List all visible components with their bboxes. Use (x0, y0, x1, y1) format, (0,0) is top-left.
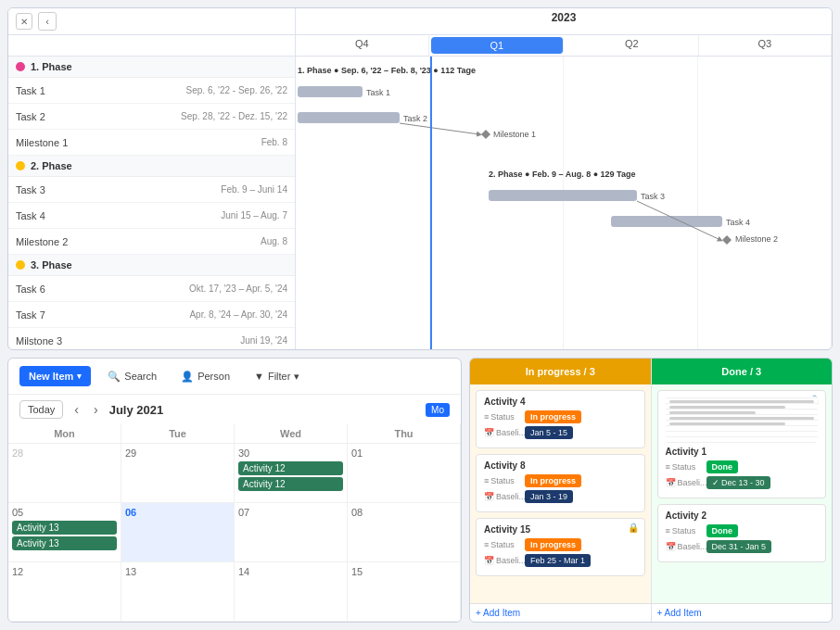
phase-2-label: 2. Phase (31, 160, 72, 171)
card-status-row: ≡ Status In progress (484, 538, 637, 551)
status-label: ≡ Status (484, 540, 521, 549)
search-label: Search (124, 371, 157, 382)
kanban-card[interactable]: 🔒 Activity 1 ≡ Status (657, 390, 827, 498)
gantt-quarter-q1[interactable]: Q1 (431, 37, 565, 54)
cal-cell[interactable]: 08 (348, 503, 461, 561)
task-row: Task 2 Sep. 28, '22 - Dez. 15, '22 (8, 104, 295, 130)
status-label: ≡ Status (484, 412, 521, 422)
calendar-panel: New Item ▾ 🔍 Search 👤 Person ▼ Filter ▾ … (7, 358, 462, 623)
cal-event[interactable]: Activity 13 (12, 521, 117, 535)
kanban-card[interactable]: 🔒 Activity 15 ≡ Status In progress 📅 Bas… (476, 518, 645, 576)
gantt-quarter-q4[interactable]: Q4 (296, 35, 429, 56)
kanban-col-done: Done / 3 🔒 Activity 1 (652, 359, 833, 622)
cal-cell[interactable]: 12 (8, 562, 121, 621)
calendar-toolbar: New Item ▾ 🔍 Search 👤 Person ▼ Filter ▾ (8, 359, 461, 395)
phase-1-dot (16, 62, 25, 71)
phase-1-label: 1. Phase (31, 61, 72, 72)
card-status-row: ≡ Status Done (666, 460, 819, 473)
task-dates: Okt. 17, '23 – Apr. 5, '24 (189, 284, 287, 294)
search-button[interactable]: 🔍 Search (100, 367, 164, 386)
task-name: Milstone 3 (16, 335, 90, 346)
gantt-quarter-q2[interactable]: Q2 (566, 35, 699, 56)
svg-text:Milestone 1: Milestone 1 (493, 130, 536, 139)
kanban-card[interactable]: Activity 8 ≡ Status In progress 📅 Baseli… (476, 454, 645, 512)
baseline-label: 📅 Baseli... (484, 428, 521, 437)
kanban-card[interactable]: Activity 4 ≡ Status In progress 📅 Baseli… (476, 390, 645, 448)
phase-3-dot (16, 260, 25, 270)
cal-cell[interactable]: 05 Activity 13 Activity 13 (8, 503, 121, 561)
task-dates: Juni 19, '24 (240, 335, 287, 346)
gantt-quarter-q3[interactable]: Q3 (699, 35, 833, 56)
task-name: Task 1 (16, 85, 90, 96)
cal-date: 01 (351, 447, 456, 459)
next-month-button[interactable]: › (90, 400, 102, 419)
task-name: Task 6 (16, 284, 90, 295)
svg-text:Milestone 2: Milestone 2 (735, 234, 778, 244)
status-label: ≡ Status (666, 462, 703, 472)
card-title: Activity 8 (484, 460, 637, 471)
gantt-bars-svg: 1. Phase ● Sep. 6, '22 – Feb. 8, '23 ● 1… (296, 57, 832, 349)
cal-event[interactable]: Activity 12 (238, 477, 343, 491)
img-line (669, 406, 785, 409)
new-item-label: New Item (29, 371, 73, 382)
kanban-col-in-progress: In progress / 3 Activity 4 ≡ Status In p… (470, 359, 651, 622)
add-item-button[interactable]: + Add Item (470, 603, 651, 622)
cal-cell[interactable]: 01 (348, 444, 461, 502)
prev-month-button[interactable]: ‹ (70, 400, 83, 419)
list-icon: ≡ (484, 476, 489, 485)
task-row: Task 7 Apr. 8, '24 – Apr. 30, '24 (8, 302, 295, 328)
person-label: Person (197, 371, 230, 382)
person-button[interactable]: 👤 Person (173, 367, 237, 386)
cal-date: 28 (12, 447, 117, 459)
close-button[interactable]: ✕ (16, 13, 32, 30)
cal-cell[interactable]: 07 (235, 503, 348, 561)
calendar-week-2: 05 Activity 13 Activity 13 06 07 08 (8, 503, 461, 562)
kanban-card[interactable]: Activity 2 ≡ Status Done 📅 Baseli... Dec… (657, 504, 827, 562)
cal-cell-today[interactable]: 06 (121, 503, 235, 561)
filter-button[interactable]: ▼ Filter ▾ (247, 367, 307, 386)
cal-cell[interactable]: 15 (348, 562, 461, 621)
cal-date: 30 (238, 447, 343, 459)
img-line (669, 400, 815, 403)
task-name: Task 2 (16, 111, 90, 122)
task-dates: Feb. 8 (261, 137, 287, 147)
card-title: Activity 2 (666, 510, 819, 521)
gantt-quarter-spacer (8, 35, 296, 56)
month-badge: Mo (426, 403, 450, 417)
cal-date: 13 (125, 566, 230, 577)
svg-text:2. Phase ● Feb. 9 – Aug. 8 ● 1: 2. Phase ● Feb. 9 – Aug. 8 ● 129 Tage (489, 170, 635, 179)
cal-cell[interactable]: 13 (121, 562, 235, 621)
day-header-wed: Wed (235, 424, 348, 443)
task-row: Milestone 2 Aug. 8 (8, 229, 295, 255)
list-icon: ≡ (666, 526, 670, 536)
gantt-nav-back[interactable]: ‹ (38, 12, 57, 31)
cal-event[interactable]: Activity 13 (12, 536, 117, 550)
calendar-day-headers: Mon Tue Wed Thu (8, 424, 461, 444)
cal-date: 08 (351, 507, 456, 518)
cal-event[interactable]: Activity 12 (238, 461, 343, 475)
cal-cell[interactable]: 29 (121, 444, 235, 502)
filter-icon: ▼ (254, 371, 264, 382)
add-item-button[interactable]: + Add Item (652, 603, 833, 622)
new-item-button[interactable]: New Item ▾ (19, 366, 91, 386)
gantt-year-spacer: ✕ ‹ (8, 8, 296, 34)
svg-rect-1 (298, 86, 363, 97)
svg-text:Task 1: Task 1 (366, 88, 390, 97)
cal-cell[interactable]: 28 (8, 444, 121, 502)
svg-text:Task 3: Task 3 (641, 192, 665, 201)
task-name: Task 7 (16, 309, 90, 321)
date-badge: Feb 25 - Mar 1 (525, 554, 591, 567)
task-dates: Juni 15 – Aug. 7 (221, 210, 287, 220)
card-image (666, 397, 819, 443)
svg-rect-3 (298, 112, 400, 123)
card-baseline-row: 📅 Baseli... Feb 25 - Mar 1 (484, 554, 637, 567)
phase-1-header: 1. Phase (8, 57, 295, 78)
today-button[interactable]: Today (19, 400, 63, 419)
calendar-week-3: 12 13 14 15 (8, 562, 461, 622)
svg-text:Task 2: Task 2 (403, 114, 427, 123)
cal-cell[interactable]: 30 Activity 12 Activity 12 (235, 444, 348, 502)
cal-cell[interactable]: 14 (235, 562, 348, 621)
cal-date: 15 (351, 566, 456, 577)
calendar-icon: 📅 (484, 492, 494, 501)
task-row: Task 3 Feb. 9 – Juni 14 (8, 177, 295, 203)
